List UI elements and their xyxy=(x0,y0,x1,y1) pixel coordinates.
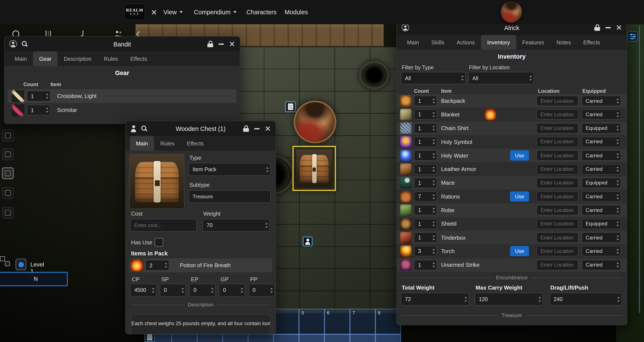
minimize-icon[interactable] xyxy=(254,128,260,129)
inventory-row[interactable]: 1 Robe Carried xyxy=(397,204,627,217)
menu-characters[interactable]: Characters xyxy=(246,0,276,24)
inventory-row[interactable]: 7 Rations Use Carried xyxy=(397,190,627,204)
location-input[interactable] xyxy=(536,192,578,202)
person-circle-icon[interactable] xyxy=(402,24,409,31)
inventory-row[interactable]: 1 Mace Equipped xyxy=(397,176,627,190)
count-stepper[interactable]: 1 xyxy=(27,105,50,115)
equipped-select[interactable]: Carried xyxy=(582,192,621,202)
location-input[interactable] xyxy=(536,232,578,243)
count-stepper[interactable]: 1 xyxy=(414,137,437,147)
inventory-row[interactable]: 3 Torch Use Carried xyxy=(397,244,627,258)
panel-edge-divider[interactable] xyxy=(639,25,640,313)
inventory-row[interactable]: 1 Chain Shirt Equipped xyxy=(397,121,627,135)
location-input[interactable] xyxy=(536,205,578,215)
panel-settings-button[interactable] xyxy=(628,31,638,41)
count-stepper[interactable]: 2 xyxy=(146,260,169,270)
tool-button[interactable] xyxy=(2,187,14,199)
spinner-arrows-icon[interactable] xyxy=(432,248,435,254)
spinner-arrows-icon[interactable] xyxy=(464,296,467,302)
tool-button[interactable] xyxy=(2,130,14,141)
count-stepper[interactable]: 1 xyxy=(414,150,437,160)
pack-row[interactable]: 2 Potion of Fire Breath xyxy=(129,258,272,272)
spinner-arrows-icon[interactable] xyxy=(432,139,435,144)
location-input[interactable] xyxy=(536,123,578,133)
character-token[interactable] xyxy=(294,101,336,143)
equipped-select[interactable]: Carried xyxy=(582,232,621,243)
inventory-row[interactable]: 1 Shield Equipped xyxy=(397,217,627,231)
inventory-row[interactable]: 1 Tinderbox Carried xyxy=(397,231,627,244)
tab-gear[interactable]: Gear xyxy=(33,52,58,66)
count-stepper[interactable]: 1 xyxy=(414,260,437,270)
description-textarea[interactable]: Each chest weighs 25 pounds empty, and a… xyxy=(131,314,270,334)
count-stepper[interactable]: 1 xyxy=(414,219,437,229)
tool-button[interactable] xyxy=(2,148,14,160)
tool-button[interactable] xyxy=(2,207,14,218)
total-weight-stepper[interactable]: 72 xyxy=(401,293,469,306)
window-header[interactable]: Bandit xyxy=(4,36,240,51)
tab-description[interactable]: Description xyxy=(58,52,98,66)
use-button[interactable]: Use xyxy=(510,246,529,256)
equipped-select[interactable]: Carried xyxy=(582,205,621,215)
search-icon[interactable] xyxy=(21,41,28,47)
filter-location-select[interactable]: All xyxy=(468,72,534,84)
realm-vtt-logo[interactable]: REALM VTT xyxy=(124,4,146,20)
spinner-arrows-icon[interactable] xyxy=(241,288,243,293)
tab-effects[interactable]: Effects xyxy=(124,52,153,66)
lock-icon[interactable] xyxy=(243,125,249,132)
spinner-arrows-icon[interactable] xyxy=(432,208,435,213)
spinner-arrows-icon[interactable] xyxy=(432,194,435,199)
filter-type-select[interactable]: All xyxy=(401,72,466,84)
tab-features[interactable]: Features xyxy=(516,35,550,50)
chest-token-selected[interactable] xyxy=(292,146,336,191)
count-stepper[interactable]: 7 xyxy=(414,192,437,202)
equipped-select[interactable]: Equipped xyxy=(582,219,621,229)
equipped-select[interactable]: Carried xyxy=(582,164,621,174)
has-use-checkbox[interactable] xyxy=(154,238,163,247)
sp-stepper[interactable]: 0 xyxy=(160,284,186,296)
tab-main[interactable]: Main xyxy=(8,52,33,66)
minimize-icon[interactable] xyxy=(606,27,611,28)
use-button[interactable]: Use xyxy=(510,192,529,202)
equipped-select[interactable]: Equipped xyxy=(582,123,621,133)
layer-toggle-button[interactable] xyxy=(16,259,26,270)
tab-effects[interactable]: Effects xyxy=(180,136,210,151)
gp-stepper[interactable]: 0 xyxy=(219,284,245,296)
count-stepper[interactable]: 1 xyxy=(27,91,50,102)
tab-inventory[interactable]: Inventory xyxy=(481,35,516,50)
pp-stepper[interactable]: 0 xyxy=(248,284,275,296)
spinner-arrows-icon[interactable] xyxy=(538,296,541,302)
count-stepper[interactable]: 1 xyxy=(414,123,437,133)
tab-rules[interactable]: Rules xyxy=(154,136,180,151)
count-stepper[interactable]: 3 xyxy=(414,246,437,256)
minimize-icon[interactable] xyxy=(218,43,224,44)
inventory-row[interactable]: 1 Leather Armor Carried xyxy=(397,162,627,176)
map-pin-token[interactable] xyxy=(302,236,312,246)
menu-compendium[interactable]: Compendium xyxy=(194,0,237,24)
spinner-arrows-icon[interactable] xyxy=(165,263,167,268)
location-input[interactable] xyxy=(536,150,578,160)
count-stepper[interactable]: 1 xyxy=(414,232,437,243)
spinner-arrows-icon[interactable] xyxy=(432,180,435,186)
location-input[interactable] xyxy=(536,260,578,270)
subtype-input[interactable] xyxy=(188,190,270,203)
lock-icon[interactable] xyxy=(208,41,213,47)
equipped-select[interactable]: Carried xyxy=(582,96,621,106)
type-select[interactable]: Item Pack xyxy=(188,163,270,176)
gear-row[interactable]: 1 Scimitar xyxy=(8,103,237,117)
spinner-arrows-icon[interactable] xyxy=(617,296,620,302)
lock-icon[interactable] xyxy=(594,24,600,31)
equipped-select[interactable]: Carried xyxy=(582,137,621,147)
tool-button-active[interactable] xyxy=(2,168,14,179)
location-input[interactable] xyxy=(536,178,578,188)
equipped-select[interactable]: Carried xyxy=(582,246,621,256)
spinner-arrows-icon[interactable] xyxy=(270,288,273,293)
spinner-arrows-icon[interactable] xyxy=(432,166,435,172)
tab-actions[interactable]: Actions xyxy=(450,35,481,50)
tab-notes[interactable]: Notes xyxy=(550,35,577,50)
location-input[interactable] xyxy=(536,219,578,229)
menu-modules[interactable]: Modules xyxy=(285,0,308,24)
count-stepper[interactable]: 1 xyxy=(414,96,437,106)
count-stepper[interactable]: 1 xyxy=(414,205,437,215)
tab-effects[interactable]: Effects xyxy=(577,35,606,50)
user-avatar[interactable] xyxy=(501,1,522,22)
